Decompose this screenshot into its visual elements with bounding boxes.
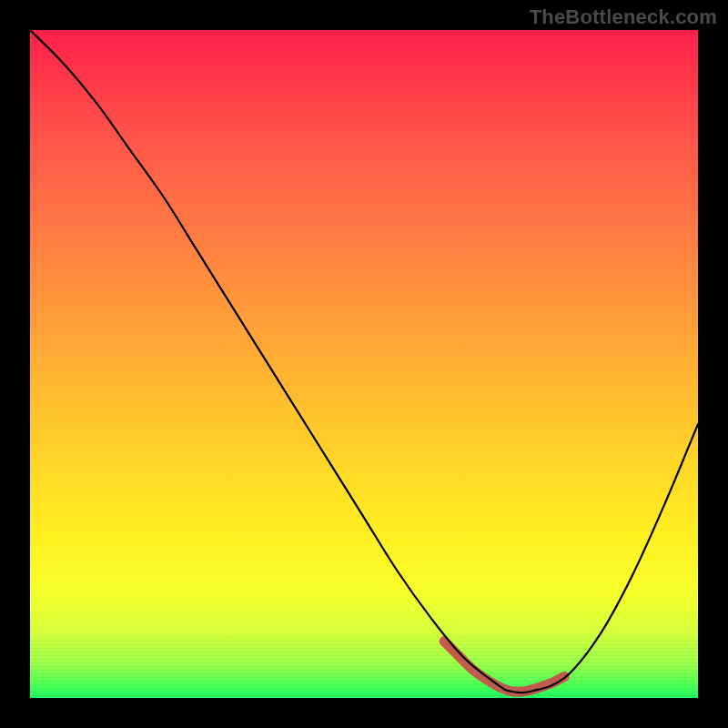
plot-area: [30, 30, 698, 698]
watermark-text: TheBottleneck.com: [530, 5, 717, 29]
bottleneck-curve: [30, 30, 698, 693]
optimal-highlight: [444, 642, 564, 693]
chart-svg: [30, 30, 698, 698]
chart-frame: TheBottleneck.com: [0, 0, 728, 728]
